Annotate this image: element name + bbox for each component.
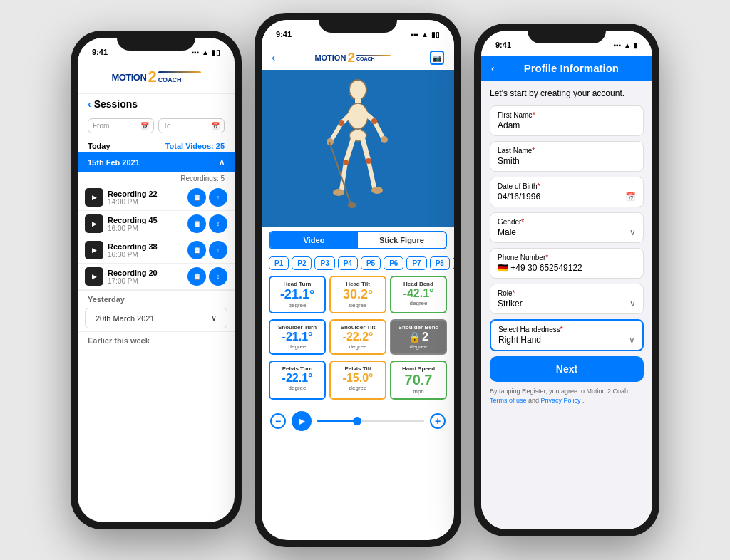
svg-line-4 [331,123,341,140]
today-row: Today Total Videos: 25 [78,138,235,152]
camera-icon[interactable]: 📷 [430,51,444,65]
rec-38-doc-btn[interactable]: 📋 [187,241,206,259]
rec-45-doc-btn[interactable]: 📋 [187,214,206,233]
pos-btn-p3[interactable]: P3 [314,256,334,270]
first-name-field[interactable]: First Name* Adam [490,105,644,136]
p3-back-btn[interactable]: ‹ [491,63,495,74]
metric-head-tilt-value: 30.2° [343,287,373,302]
pos-btn-p6[interactable]: P6 [384,256,403,270]
metrics-row-2: Shoulder Turn -21.1° degree Shoulder Til… [262,316,454,358]
svg-point-20 [343,160,349,165]
gender-row: Male ∨ [498,227,636,237]
play-button-rec22[interactable]: ▶ [85,188,103,207]
svg-point-19 [371,118,377,124]
metric-shoulder-tilt-value: -22.2° [343,331,374,343]
role-field[interactable]: Role* Striker ∨ [490,284,644,314]
video-area [262,70,454,227]
earlier-section: Earlier this week [78,331,235,346]
list-item[interactable]: ▶ Recording 20 17:00 PM 📋 ↕ [78,264,235,290]
metric-pelvis-tilt-value: -15.0° [343,372,374,385]
metric-pelvis-tilt-label: Pelvis Tilt [344,365,371,372]
metric-head-bend-unit: degree [410,300,428,306]
rec-22-name: Recording 22 [108,190,183,198]
terms-of-use-link[interactable]: Terms of use [490,397,527,404]
playback-play-btn[interactable]: ▶ [292,411,312,431]
phone-label: Phone Number* [498,254,636,261]
list-item[interactable]: ▶ Recording 45 16:00 PM 📋 ↕ [78,211,235,237]
rec-45-info: Recording 45 16:00 PM [108,216,183,232]
pos-btn-p10[interactable]: P10 [453,256,454,270]
pos-btn-p7[interactable]: P7 [406,256,426,270]
sessions-header[interactable]: ‹ Sessions [78,94,235,114]
logo-underline [158,71,201,73]
pos-btn-p1[interactable]: P1 [269,256,289,270]
video-view-btn[interactable]: Video [270,232,358,248]
date-accordion[interactable]: 15th Feb 2021 ∧ [78,152,235,172]
last-name-field[interactable]: Last Name* Smith [490,141,644,172]
pos-btn-p2[interactable]: P2 [292,256,312,270]
stick-view-btn[interactable]: Stick Figure [358,232,446,248]
rec-22-doc-btn[interactable]: 📋 [187,188,206,207]
phone-field[interactable]: Phone Number* 🇩🇪 +49 30 652549122 [490,248,644,279]
pos-btn-p8[interactable]: P8 [430,256,450,270]
p3-content: Let's start by creating your account. Fi… [481,81,652,529]
metric-shoulder-bend-value: 2 [422,331,428,343]
list-item[interactable]: ▶ Recording 22 14:00 PM 📋 ↕ [78,185,235,211]
handedness-field[interactable]: Select Handedness* Right Hand ∨ [490,319,644,351]
svg-line-10 [346,140,353,162]
metric-pelvis-turn-value: -22.1° [282,372,313,385]
playback-track[interactable] [317,420,424,422]
metric-head-tilt: Head Tilt 30.2° degree [329,276,386,313]
rec-22-share-btn[interactable]: ↕ [209,188,227,207]
rec-22-info: Recording 22 14:00 PM [108,190,183,206]
dob-field[interactable]: Date of Birth* 04/16/1996 📅 [490,177,644,207]
metric-shoulder-tilt: Shoulder Tilt -22.2° degree [329,319,386,355]
list-item[interactable]: ▶ Recording 38 16:30 PM 📋 ↕ [78,237,235,264]
svg-point-21 [366,158,371,164]
rec-20-time: 17:00 PM [108,277,183,285]
date-from-input[interactable]: From 📅 [88,118,154,133]
metric-shoulder-turn: Shoulder Turn -21.1° degree [269,319,326,355]
p2-logo-area: MOTION 2 COACH [314,50,391,66]
metric-pelvis-tilt: Pelvis Tilt -15.0° degree [329,361,386,400]
rec-38-share-btn[interactable]: ↕ [209,241,227,259]
rec-45-time: 16:00 PM [108,224,183,232]
role-value: Striker [498,299,523,308]
rec-20-share-btn[interactable]: ↕ [209,267,227,286]
total-videos: Total Videos: 25 [165,142,225,150]
date-from-label: From [93,122,109,130]
privacy-policy-link[interactable]: Privacy Policy [541,397,581,404]
metrics-row-3: Pelvis Turn -22.1° degree Pelvis Tilt -1… [262,358,454,403]
rec-20-name: Recording 20 [108,269,183,277]
sessions-back-arrow[interactable]: ‹ [88,98,91,110]
rec-45-share-btn[interactable]: ↕ [209,214,227,233]
play-button-rec20[interactable]: ▶ [85,267,103,286]
play-button-rec38[interactable]: ▶ [85,241,103,259]
playback-thumb[interactable] [353,417,361,425]
pos-btn-p5[interactable]: P5 [361,256,381,270]
gender-value: Male [498,227,516,237]
calendar-to-icon: 📅 [211,122,220,130]
play-button-rec45[interactable]: ▶ [85,214,103,233]
metric-pelvis-turn-unit: degree [289,385,307,391]
pos-btn-p4[interactable]: P4 [338,256,358,270]
rec-20-doc-btn[interactable]: 📋 [187,267,206,286]
playback-plus-btn[interactable]: + [430,413,446,429]
yesterday-date-collapsed[interactable]: 20th March 2021 ∨ [85,308,227,328]
logo-2: 2 [148,69,156,85]
p2-logo-motion: MOTION [314,53,346,62]
metric-head-tilt-unit: degree [349,302,367,308]
status-icons-1: ▪▪▪ ▲ ▮▯ [191,48,220,56]
handedness-value: Right Hand [498,335,541,345]
phone-value: 🇩🇪 +49 30 652549122 [498,263,636,273]
next-button[interactable]: Next [490,356,644,382]
recordings-count: Recordings: 5 [78,173,235,185]
date-to-input[interactable]: To 📅 [158,118,225,133]
battery-icon-2: ▮▯ [431,31,440,38]
playback-minus-btn[interactable]: − [270,413,286,429]
battery-icon-3: ▮ [634,41,638,49]
gender-field[interactable]: Gender* Male ∨ [490,212,644,243]
metric-shoulder-bend-unit: degree [410,343,428,350]
wifi-icon-1: ▲ [202,48,209,56]
p2-back-arrow[interactable]: ‹ [272,51,275,64]
